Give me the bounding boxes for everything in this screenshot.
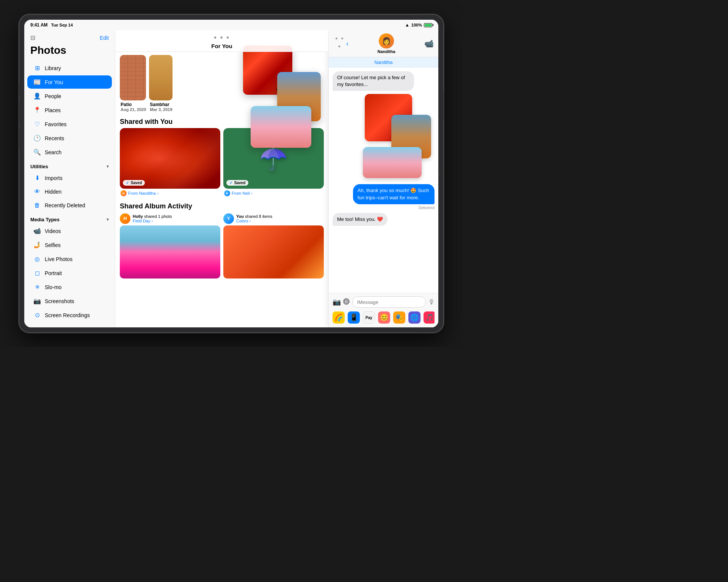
contact-name: Nanditha xyxy=(377,49,395,54)
activity-grid: H Holly shared 1 photo Field Day › xyxy=(120,213,324,278)
utilities-section-header: Utilities ▾ xyxy=(24,159,115,171)
sidebar-header: ⊟ Edit xyxy=(24,30,115,43)
shared-item-umbrella[interactable]: ☂️ ✓ Saved N From Neil › xyxy=(223,128,324,198)
nav-recents[interactable]: 🕐 Recents xyxy=(27,131,112,145)
nav-search[interactable]: 🔍 Search xyxy=(27,146,112,159)
top-photo-patio[interactable]: Patio Aug 21, 2020 xyxy=(120,55,146,112)
media-types-chevron[interactable]: ▾ xyxy=(107,217,109,222)
album-activity-title: Shared Album Activity xyxy=(120,202,324,210)
messages-header: • • • ‹ 👩 Nanditha 📹 xyxy=(329,30,438,57)
status-bar-right: ▲ 100% xyxy=(405,22,432,28)
nav-library[interactable]: ⊞ Library xyxy=(27,61,112,75)
utilities-chevron[interactable]: ▾ xyxy=(107,164,109,169)
camera-button[interactable]: 📷 xyxy=(333,298,341,306)
messages-contact[interactable]: 👩 Nanditha xyxy=(348,33,424,54)
mute-button[interactable] xyxy=(19,128,19,149)
message-text-3: Me too! Miss you. ❤️ xyxy=(337,216,383,222)
contact-avatar: 👩 xyxy=(379,33,394,48)
colors-photo xyxy=(223,225,324,278)
photos-app-icon[interactable]: 🌈 xyxy=(333,311,345,324)
shared-albums-chevron[interactable]: ▾ xyxy=(107,327,109,327)
status-bar: 9:41 AM Tue Sep 14 ▲ 100% xyxy=(24,20,438,30)
from-neil[interactable]: N From Neil › xyxy=(223,189,324,198)
nav-videos[interactable]: 📹 Videos xyxy=(27,224,112,238)
app-button[interactable]: 🅐 xyxy=(343,298,350,306)
volume-up-button[interactable] xyxy=(19,83,19,96)
nav-places[interactable]: 📍 Places xyxy=(27,103,112,117)
screenshots-label: Screenshots xyxy=(45,298,74,304)
nav-slo-mo[interactable]: ✳ Slo-mo xyxy=(27,280,112,294)
for-you-label: For You xyxy=(45,79,63,85)
message-text-2: Ah, thank you so much! 🤩 Such fun trips–… xyxy=(358,188,429,200)
volume-down-button[interactable] xyxy=(19,102,19,122)
slo-mo-icon: ✳ xyxy=(33,283,41,291)
portrait-icon: ◻ xyxy=(33,269,41,277)
you-user: Y You shared 8 items Colors › xyxy=(223,213,324,224)
nav-hidden[interactable]: 👁 Hidden xyxy=(27,185,112,198)
from-nanditha[interactable]: N From Nanditha › xyxy=(120,189,220,198)
appstore-icon[interactable]: 📱 xyxy=(348,311,360,324)
from-neil-label: From Neil xyxy=(232,191,250,196)
recents-icon: 🕐 xyxy=(33,135,41,142)
patio-photo-img xyxy=(120,55,146,100)
screen-recordings-icon: ⊙ xyxy=(33,311,41,319)
people-icon: 👤 xyxy=(33,92,41,100)
foryou-panel[interactable]: • • • For You Patio Aug 21, 2020 xyxy=(115,30,328,327)
applepay-icon[interactable]: Pay xyxy=(363,311,375,324)
nav-imports[interactable]: ⬇ Imports xyxy=(27,171,112,185)
check-icon-1: ✓ xyxy=(126,181,129,185)
stickers-icon[interactable]: 🎭 xyxy=(393,311,405,324)
umbrella-photo: ☂️ ✓ Saved xyxy=(223,128,324,189)
nav-recently-deleted[interactable]: 🗑 Recently Deleted xyxy=(27,199,112,212)
shared-item-peppers[interactable]: ✓ Saved N From Nanditha › xyxy=(120,128,220,198)
edit-button[interactable]: Edit xyxy=(100,35,109,41)
nav-selfies[interactable]: 🤳 Selfies xyxy=(27,238,112,252)
foryou-dots: • • • xyxy=(115,33,328,42)
clock: 9:41 AM xyxy=(30,22,48,28)
chevron-right-neil: › xyxy=(251,191,253,196)
portrait-label: Portrait xyxy=(45,270,62,276)
nav-favorites[interactable]: ♡ Favorites xyxy=(27,117,112,131)
music-icon[interactable]: 🎵 xyxy=(424,311,435,324)
peppers-bg: ✓ Saved xyxy=(120,128,220,189)
slo-mo-label: Slo-mo xyxy=(45,284,61,290)
videos-label: Videos xyxy=(45,228,61,234)
nav-screen-recordings[interactable]: ⊙ Screen Recordings xyxy=(27,308,112,322)
ipad-frame: 9:41 AM Tue Sep 14 ▲ 100% ⊟ Edit Photos xyxy=(19,14,444,333)
wifi-icon: ▲ xyxy=(405,22,410,28)
date-display: Tue Sep 14 xyxy=(51,23,73,27)
screen-recordings-label: Screen Recordings xyxy=(45,312,90,318)
audio-button[interactable]: 🎙 xyxy=(428,298,435,306)
sambhar-photo[interactable] xyxy=(149,55,172,100)
imports-label: Imports xyxy=(45,175,63,181)
activity-you[interactable]: Y You shared 8 items Colors › xyxy=(223,213,324,278)
content-area: • • • For You Patio Aug 21, 2020 xyxy=(115,30,438,327)
selfies-icon: 🤳 xyxy=(33,241,41,249)
colors-link[interactable]: Colors › xyxy=(236,219,251,223)
nanditha-avatar: N xyxy=(121,190,127,196)
power-button[interactable] xyxy=(443,90,444,120)
neil-avatar: N xyxy=(224,190,230,196)
memoji-icon[interactable]: 😊 xyxy=(378,311,390,324)
field-day-link[interactable]: Field Day › xyxy=(133,219,153,223)
sidebar-toggle-icon[interactable]: ⊟ xyxy=(30,34,35,41)
top-photo-sambhar[interactable]: Sambhar Mar 3, 2019 xyxy=(149,55,172,112)
screenshots-icon: 📷 xyxy=(33,297,41,305)
shared-albums-section-header: Shared Albums ▾ xyxy=(24,322,115,327)
links-icon[interactable]: 🌐 xyxy=(408,311,420,324)
activity-holly[interactable]: H Holly shared 1 photo Field Day › xyxy=(120,213,220,278)
holly-user: H Holly shared 1 photo Field Day › xyxy=(120,213,220,224)
messages-body: Of course! Let me pick a few of my favor… xyxy=(329,67,438,293)
delivered-status: Delivered xyxy=(333,206,435,210)
patio-photo[interactable] xyxy=(120,55,146,100)
live-photos-icon: ◎ xyxy=(33,255,41,263)
message-input[interactable] xyxy=(352,296,426,308)
video-call-icon[interactable]: 📹 xyxy=(424,39,434,48)
nav-for-you[interactable]: 📰 For You xyxy=(27,75,112,89)
you-activity-text: You shared 8 items Colors › xyxy=(236,214,272,223)
nav-screenshots[interactable]: 📷 Screenshots xyxy=(27,294,112,308)
nav-live-photos[interactable]: ◎ Live Photos xyxy=(27,252,112,266)
nav-portrait[interactable]: ◻ Portrait xyxy=(27,266,112,280)
nav-people[interactable]: 👤 People xyxy=(27,89,112,103)
battery-fill xyxy=(425,24,431,27)
